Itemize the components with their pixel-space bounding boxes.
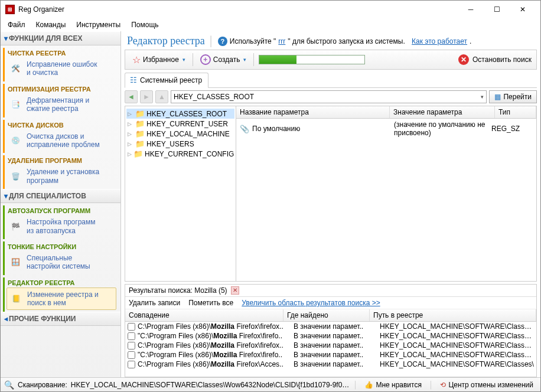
- row-checkbox[interactable]: [128, 351, 135, 359]
- registry-icon: 📒: [8, 291, 24, 306]
- nav-back-button[interactable]: ◄: [125, 90, 138, 103]
- row-checkbox[interactable]: [128, 323, 135, 331]
- result-row[interactable]: C:\Program Files (x86)\Mozilla Firefox\f…: [125, 322, 536, 331]
- expand-icon[interactable]: ▷: [128, 121, 133, 127]
- like-button[interactable]: 👍Мне нравится: [361, 381, 425, 389]
- result-row[interactable]: "C:\Program Files (x86)\Mozilla Firefox\…: [125, 350, 536, 360]
- menu-help[interactable]: Помощь: [126, 19, 163, 30]
- window-title: Reg Organizer: [18, 5, 458, 14]
- nav-up-button[interactable]: ▲: [155, 90, 168, 103]
- col-type[interactable]: Тип: [495, 106, 536, 118]
- close-button[interactable]: ✕: [510, 1, 536, 18]
- tree-node[interactable]: ▷📁HKEY_LOCAL_MACHINE: [126, 129, 234, 139]
- expand-results-link[interactable]: Увеличить область результатов поиска >>: [242, 299, 380, 307]
- nav-forward-button[interactable]: ►: [140, 90, 153, 103]
- mark-all-button[interactable]: Пометить все: [188, 299, 233, 307]
- menu-tools[interactable]: Инструменты: [71, 19, 125, 30]
- thumbs-up-icon: 👍: [364, 381, 373, 389]
- expand-icon[interactable]: ▷: [128, 111, 133, 117]
- folder-icon: 📁: [135, 129, 145, 138]
- row-checkbox[interactable]: [128, 332, 135, 340]
- trash-icon: 🗑️: [8, 169, 23, 184]
- sidebar-cat-disk-clean: ЧИСТКА ДИСКОВ 💿 Очистка дисков иисправле…: [3, 120, 118, 153]
- question-icon: ?: [218, 37, 227, 46]
- menu-file[interactable]: Файл: [3, 19, 30, 30]
- defrag-icon: 📑: [8, 97, 23, 112]
- sidebar-cat-registry-opt: ОПТИМИЗАЦИЯ РЕЕСТРА 📑 Дефрагментация исж…: [3, 84, 118, 117]
- toolbar: ☆Избранное▾ +Создать▾ ✕Остановить поиск: [125, 50, 537, 70]
- sidebar-item-tweaks[interactable]: 🪟 Специальныенастройки системы: [6, 251, 116, 273]
- sidebar-item-autorun[interactable]: 🏁 Настройка программиз автозапуска: [6, 215, 116, 237]
- search-results: Результаты поиска: Mozilla (5) ✕ Удалить…: [125, 284, 537, 377]
- tip: ? Используйте "rrr" для быстрого запуска…: [218, 37, 472, 46]
- wrench-icon: 🛠️: [8, 61, 23, 76]
- sidebar-section-all[interactable]: ▾ФУНКЦИИ ДЛЯ ВСЕХ: [1, 31, 120, 45]
- row-checkbox[interactable]: [128, 361, 135, 368]
- col-match[interactable]: Совпадение: [125, 309, 283, 321]
- address-input[interactable]: HKEY_CLASSES_ROOT▾: [171, 90, 487, 103]
- folder-icon: 📁: [135, 119, 145, 128]
- undo-center-button[interactable]: ⟲Центр отмены изменений: [436, 381, 537, 389]
- results-grid: Совпадение Где найдено Путь в реестре C:…: [125, 309, 536, 377]
- folder-icon: 📁: [135, 109, 145, 118]
- sidebar-cat-tweaks: ТОНКИЕ НАСТРОЙКИ 🪟 Специальныенастройки …: [3, 241, 118, 275]
- expand-icon[interactable]: ▷: [128, 141, 133, 147]
- close-results-button[interactable]: ✕: [231, 286, 239, 295]
- sidebar-section-special[interactable]: ▾ДЛЯ СПЕЦИАЛИСТОВ: [1, 189, 120, 203]
- row-checkbox[interactable]: [128, 342, 135, 349]
- result-row[interactable]: C:\Program Files (x86)\Mozilla Firefox\f…: [125, 341, 536, 350]
- cat-header: ОПТИМИЗАЦИЯ РЕЕСТРА: [6, 86, 116, 94]
- grid-row[interactable]: 📎 По умолчанию (значение по умолчанию не…: [236, 119, 536, 139]
- col-value[interactable]: Значение параметра: [390, 106, 495, 118]
- minimize-button[interactable]: ─: [458, 1, 484, 18]
- registry-tree[interactable]: ▷📁HKEY_CLASSES_ROOT ▷📁HKEY_CURRENT_USER …: [125, 106, 236, 281]
- sidebar-item-registry-editor[interactable]: 📒 Изменение реестра ипоиск в нем: [6, 288, 116, 311]
- col-path[interactable]: Путь в реестре: [370, 309, 536, 321]
- tab-system-registry[interactable]: ☷Системный реестр: [125, 73, 208, 88]
- menu-commands[interactable]: Команды: [31, 19, 71, 30]
- go-button[interactable]: ▦Перейти: [489, 90, 537, 103]
- disk-icon: 💿: [8, 133, 23, 148]
- cat-header: АВТОЗАПУСК ПРОГРАММ: [6, 207, 116, 215]
- stop-search-button[interactable]: ✕Остановить поиск: [458, 54, 532, 65]
- attachment-icon: 📎: [240, 125, 249, 133]
- chevron-down-icon: ▾: [4, 34, 8, 43]
- sidebar: ▾ФУНКЦИИ ДЛЯ ВСЕХ ЧИСТКА РЕЕСТРА 🛠️ Испр…: [1, 31, 121, 377]
- result-row[interactable]: C:\Program Files (x86)\Mozilla Firefox\A…: [125, 360, 536, 369]
- goto-icon: ▦: [494, 93, 501, 101]
- tip-link-rrr[interactable]: rrr: [278, 37, 285, 45]
- sidebar-item-disk-clean[interactable]: 💿 Очистка дисков иисправление проблем: [6, 130, 116, 152]
- stop-icon: ✕: [458, 54, 469, 65]
- statusbar: 🔍 Сканирование: HKEY_LOCAL_MACHINE\SOFTW…: [1, 377, 540, 391]
- expand-icon[interactable]: ▷: [128, 151, 132, 157]
- folder-icon: 📁: [135, 139, 145, 148]
- tree-node[interactable]: ▷📁HKEY_CLASSES_ROOT: [126, 109, 234, 119]
- delete-entries-button[interactable]: Удалить записи: [129, 299, 180, 307]
- main-panel: Редактор реестра │ ? Используйте "rrr" д…: [121, 31, 540, 377]
- maximize-button[interactable]: ☐: [484, 1, 510, 18]
- cat-header: РЕДАКТОР РЕЕСТРА: [6, 279, 116, 288]
- col-where[interactable]: Где найдено: [283, 309, 370, 321]
- chevron-down-icon: ▾: [243, 57, 246, 63]
- windows-icon: 🪟: [8, 254, 23, 270]
- tree-node[interactable]: ▷📁HKEY_CURRENT_USER: [126, 119, 234, 129]
- how-it-works-link[interactable]: Как это работает: [412, 37, 467, 45]
- tree-node[interactable]: ▷📁HKEY_CURRENT_CONFIG: [126, 149, 234, 159]
- result-row[interactable]: "C:\Program Files (x86)\Mozilla Firefox\…: [125, 331, 536, 341]
- favorites-button[interactable]: ☆Избранное▾: [130, 53, 188, 67]
- cat-header: ЧИСТКА РЕЕСТРА: [6, 50, 116, 58]
- chevron-down-icon: ▾: [182, 57, 185, 63]
- registry-tab-icon: ☷: [130, 76, 137, 84]
- sidebar-item-defrag[interactable]: 📑 Дефрагментация исжатие реестра: [6, 94, 116, 116]
- tree-node[interactable]: ▷📁HKEY_USERS: [126, 139, 234, 149]
- sidebar-section-other[interactable]: ◂ПРОЧИЕ ФУНКЦИИ: [1, 312, 120, 326]
- create-button[interactable]: +Создать▾: [198, 53, 249, 66]
- sidebar-cat-uninstall: УДАЛЕНИЕ ПРОГРАММ 🗑️ Удаление и установк…: [3, 155, 118, 189]
- search-icon: 🔍: [4, 380, 14, 390]
- results-grid-header: Совпадение Где найдено Путь в реестре: [125, 309, 536, 322]
- sidebar-item-fix-errors[interactable]: 🛠️ Исправление ошибоки очистка: [6, 58, 116, 80]
- sidebar-item-uninstall[interactable]: 🗑️ Удаление и установкапрограмм: [6, 165, 116, 187]
- expand-icon[interactable]: ▷: [128, 131, 133, 137]
- col-name[interactable]: Название параметра: [236, 106, 390, 118]
- page-header: Редактор реестра │ ? Используйте "rrr" д…: [121, 31, 540, 50]
